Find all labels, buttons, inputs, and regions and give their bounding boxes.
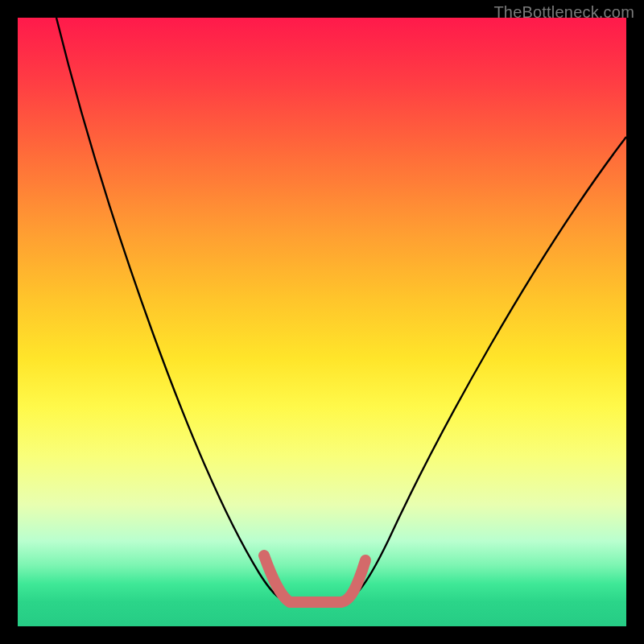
bottleneck-curve (18, 18, 626, 626)
main-curve-path (56, 18, 626, 602)
chart-area (18, 18, 626, 626)
watermark-text: TheBottleneck.com (493, 3, 634, 22)
highlight-band-path (264, 555, 365, 602)
